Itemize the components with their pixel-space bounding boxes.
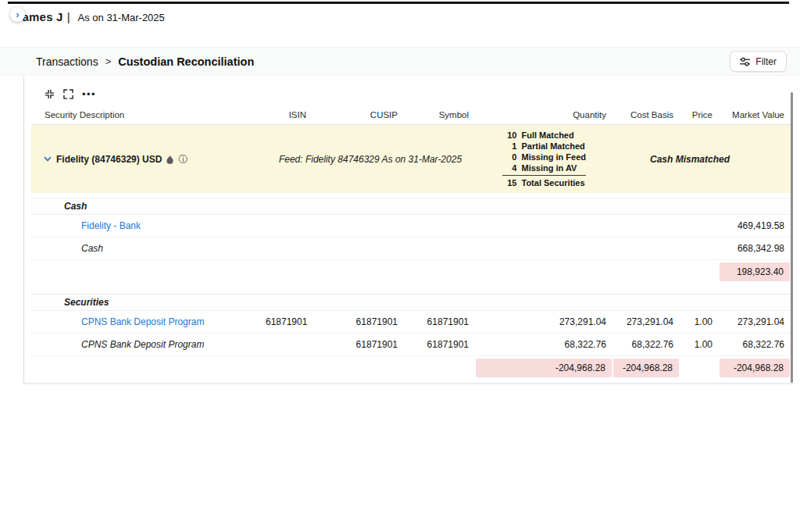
column-market-value: Market Value xyxy=(719,110,791,120)
security-link[interactable]: Fidelity - Bank xyxy=(31,220,266,231)
more-options-icon[interactable]: ••• xyxy=(82,89,96,99)
column-cost-basis: Cost Basis xyxy=(612,110,680,120)
info-icon[interactable]: ⓘ xyxy=(178,155,188,164)
price-cell: 1.00 xyxy=(680,316,719,327)
quantity-cell: 68,322.76 xyxy=(475,339,612,350)
feed-info-label: Feed: Fidelity 84746329 As on 31-Mar-202… xyxy=(266,154,475,165)
column-price: Price xyxy=(680,110,719,120)
custodian-group-title: Fidelity (84746329) USD ⓘ xyxy=(31,154,266,165)
vertical-scrollbar[interactable] xyxy=(791,92,793,383)
isin-cell: 61871901 xyxy=(266,316,312,327)
chevron-down-icon[interactable] xyxy=(44,156,52,162)
stat-label: Partial Matched xyxy=(521,141,584,152)
section-header-cash: Cash xyxy=(31,198,791,215)
stat-value: 15 xyxy=(502,177,516,188)
market-value-cell: 68,322.76 xyxy=(719,339,791,350)
cusip-cell: 61871901 xyxy=(312,316,404,327)
stat-value: 0 xyxy=(502,152,516,162)
as-on-date-label: As on 31-Mar-2025 xyxy=(78,12,165,23)
sidebar-expand-button[interactable]: › xyxy=(10,7,25,22)
match-stats: 10 Full Matched 1 Partial Matched 0 Miss… xyxy=(502,130,612,188)
symbol-cell: 61871901 xyxy=(404,339,475,350)
column-symbol: Symbol xyxy=(404,110,475,120)
breadcrumb-transactions[interactable]: Transactions xyxy=(36,55,98,68)
stat-label: Missing in AV xyxy=(521,162,577,173)
stat-value: 4 xyxy=(502,162,516,173)
panel-left-border xyxy=(23,77,24,383)
filter-icon xyxy=(740,57,750,66)
collapse-all-icon[interactable] xyxy=(45,89,55,99)
panel-bottom-border xyxy=(23,383,793,385)
stat-total-securities: 15 Total Securities xyxy=(502,175,586,188)
stat-missing-in-feed: 0 Missing in Feed xyxy=(502,152,586,162)
expand-all-icon[interactable] xyxy=(63,89,73,99)
cash-mismatched-status: Cash Mismatched xyxy=(612,154,791,165)
stat-partial-matched: 1 Partial Matched xyxy=(502,141,586,152)
column-isin: ISIN xyxy=(266,110,312,120)
mismatch-cell-cost-basis: -204,968.28 xyxy=(613,359,679,377)
difference-row: -204,968.28 -204,968.28 -204,968.28 xyxy=(31,356,791,380)
column-cusip: CUSIP xyxy=(312,110,404,120)
app-header: James J | As on 31-Mar-2025 xyxy=(16,10,165,23)
flame-icon xyxy=(166,155,173,164)
breadcrumb-bar: Transactions > Custodian Reconciliation … xyxy=(0,47,800,76)
symbol-cell: 61871901 xyxy=(404,316,475,327)
feed-security-label: Cash xyxy=(31,243,266,254)
stat-full-matched: 10 Full Matched xyxy=(502,130,586,141)
breadcrumb-separator: > xyxy=(105,55,112,67)
filter-button[interactable]: Filter xyxy=(730,51,787,72)
page-title: Custodian Reconciliation xyxy=(118,55,254,68)
filter-button-label: Filter xyxy=(755,56,777,67)
window-top-border xyxy=(8,2,789,4)
difference-row: 198,923.40 xyxy=(31,260,791,284)
mismatch-cell-market-value: -204,968.28 xyxy=(720,359,790,377)
header-separator: | xyxy=(67,10,70,23)
table-row[interactable]: Cash 668,342.98 xyxy=(31,237,791,260)
feed-security-label: CPNS Bank Deposit Program xyxy=(31,339,266,350)
section-spacer xyxy=(31,284,791,289)
stat-label: Total Securities xyxy=(521,177,584,188)
section-header-securities: Securities xyxy=(31,294,791,311)
stat-label: Full Matched xyxy=(521,130,573,141)
breadcrumb: Transactions > Custodian Reconciliation xyxy=(36,55,254,68)
quantity-cell: 273,291.04 xyxy=(475,316,612,327)
stat-missing-in-av: 4 Missing in AV xyxy=(502,162,586,173)
chevron-right-icon: › xyxy=(16,9,19,20)
table-row[interactable]: Fidelity - Bank 469,419.58 xyxy=(31,215,791,237)
cost-basis-cell: 273,291.04 xyxy=(612,316,680,327)
table-header-row: Security Description ISIN CUSIP Symbol Q… xyxy=(31,105,791,125)
cusip-cell: 61871901 xyxy=(312,339,404,350)
table-toolbar: ••• xyxy=(31,83,791,105)
price-cell: 1.00 xyxy=(680,339,719,350)
mismatch-cell-market-value: 198,923.40 xyxy=(720,262,790,281)
stat-label: Missing in Feed xyxy=(521,152,586,162)
market-value-cell: 273,291.04 xyxy=(719,316,791,327)
column-quantity: Quantity xyxy=(475,110,612,120)
column-security-description: Security Description xyxy=(31,110,266,120)
custodian-group-row[interactable]: Fidelity (84746329) USD ⓘ Feed: Fidelity… xyxy=(31,125,791,193)
market-value-cell: 668,342.98 xyxy=(719,243,791,254)
mismatch-cell-quantity: -204,968.28 xyxy=(476,359,612,377)
table-row[interactable]: CPNS Bank Deposit Program 61871901 61871… xyxy=(31,311,791,334)
custodian-account-label: Fidelity (84746329) USD xyxy=(56,154,162,165)
table-row[interactable]: CPNS Bank Deposit Program 61871901 61871… xyxy=(31,334,791,356)
stat-value: 1 xyxy=(502,141,516,152)
security-link[interactable]: CPNS Bank Deposit Program xyxy=(31,316,266,327)
stat-value: 10 xyxy=(502,130,516,141)
cost-basis-cell: 68,322.76 xyxy=(612,339,680,350)
reconciliation-table: ••• Security Description ISIN CUSIP Symb… xyxy=(31,83,791,380)
market-value-cell: 469,419.58 xyxy=(719,220,791,231)
